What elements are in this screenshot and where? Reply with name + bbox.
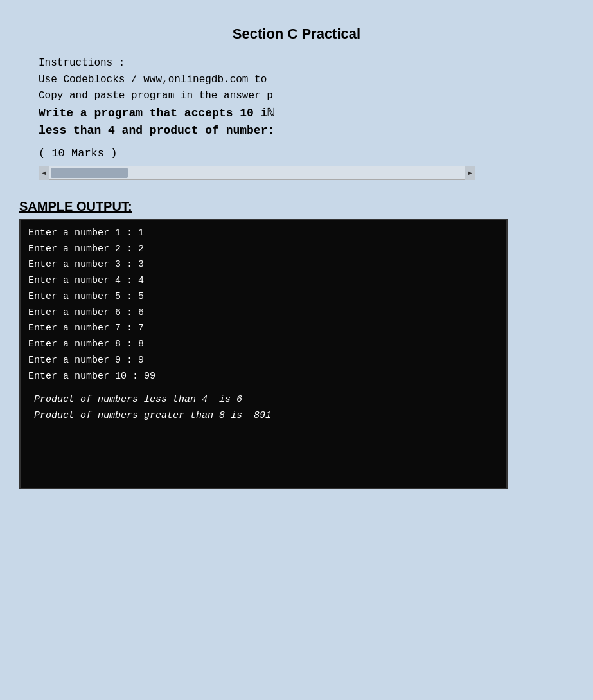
sample-output-title: SAMPLE OUTPUT: [19,199,574,214]
instruction-line-3: Write a program that accepts 10 iℕ [39,105,574,122]
terminal-line-9: Enter a number 9 : 9 [28,353,499,369]
instructions-block: Instructions : Use Codeblocks / www,onli… [39,55,574,159]
terminal-line-3: Enter a number 3 : 3 [28,257,499,273]
marks-line: ( 10 Marks ) [39,147,574,159]
terminal-spacer [28,384,499,392]
scrollbar-track[interactable] [49,166,465,179]
terminal-line-8: Enter a number 8 : 8 [28,337,499,353]
result-line-2: Product of numbers greater than 8 is 891 [28,408,499,424]
terminal-line-5: Enter a number 5 : 5 [28,289,499,305]
page-container: Section C Practical Instructions : Use C… [0,13,593,700]
terminal-line-1: Enter a number 1 : 1 [28,226,499,242]
terminal-line-4: Enter a number 4 : 4 [28,273,499,289]
terminal-line-6: Enter a number 6 : 6 [28,305,499,321]
section-title: Section C Practical [19,26,574,42]
sample-output-section: SAMPLE OUTPUT: Enter a number 1 : 1 Ente… [19,199,574,489]
terminal-line-2: Enter a number 2 : 2 [28,242,499,258]
scrollbar-thumb[interactable] [51,168,128,178]
terminal-box: Enter a number 1 : 1 Enter a number 2 : … [19,219,508,489]
scrollbar-right-arrow[interactable]: ▶ [465,166,475,180]
instruction-line-4: less than 4 and product of number: [39,122,574,139]
instruction-line-1: Use Codeblocks / www,onlinegdb.com to [39,72,574,89]
terminal-line-7: Enter a number 7 : 7 [28,321,499,337]
result-line-1: Product of numbers less than 4 is 6 [28,392,499,408]
terminal-line-10: Enter a number 10 : 99 [28,369,499,385]
scrollbar-left-arrow[interactable]: ◀ [39,166,49,180]
instructions-label: Instructions : [39,55,574,72]
horizontal-scrollbar[interactable]: ◀ ▶ [39,166,475,180]
instruction-line-2: Copy and paste program in the answer p [39,88,574,105]
